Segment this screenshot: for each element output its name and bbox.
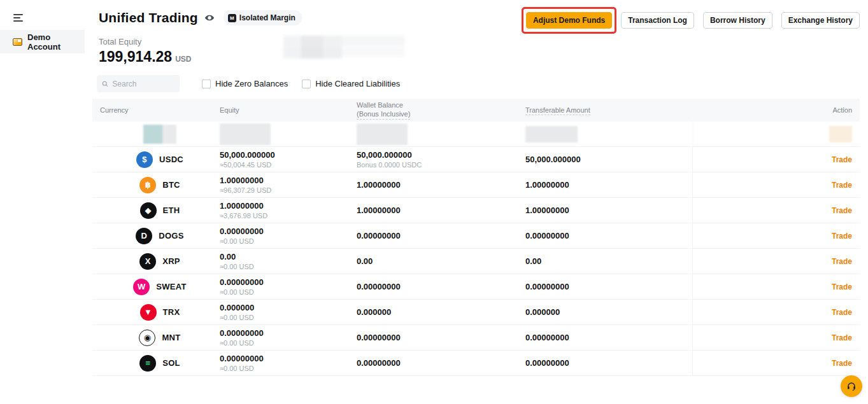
equity-value: 0.00 <box>220 252 357 261</box>
currency-symbol: ETH <box>163 205 180 215</box>
transferable-amount: 0.000000 <box>525 307 692 317</box>
equity-value: 0.000000 <box>220 303 357 312</box>
transferable-amount: 1.00000000 <box>525 205 692 215</box>
wallet-balance: 0.00000000 <box>357 358 525 368</box>
currency-symbol: TRX <box>163 307 180 317</box>
col-wallet-balance: Wallet Balance (Bonus Inclusive) <box>357 101 525 120</box>
currency-symbol: BTC <box>162 180 180 190</box>
col-equity: Equity <box>220 106 357 114</box>
equity-usd: ≈50,004.45 USD <box>220 161 357 169</box>
currency-symbol: USDC <box>159 155 183 164</box>
table-row: ◆ ETH 1.00000000≈3,676.98 USD 1.00000000… <box>92 198 860 223</box>
equity-value: 0.00000000 <box>220 226 357 236</box>
wallet-balance: 50,000.000000 <box>357 150 525 160</box>
visibility-toggle-icon[interactable] <box>204 13 215 23</box>
table-row: W SWEAT 0.00000000≈0.00 USD 0.00000000 0… <box>92 274 860 300</box>
table-controls: Hide Zero Balances Hide Cleared Liabilit… <box>97 75 400 92</box>
adjust-demo-funds-button[interactable]: Adjust Demo Funds <box>526 12 612 29</box>
headset-icon <box>846 381 857 391</box>
equity-usd: ≈0.00 USD <box>220 288 357 296</box>
page-title: Unified Trading <box>99 10 198 25</box>
equity-usd: ≈0.00 USD <box>220 263 357 270</box>
transferable-amount: 0.00000000 <box>525 282 692 291</box>
mnt-coin-icon: ◉ <box>139 330 155 346</box>
search-box[interactable] <box>97 75 180 92</box>
trade-link[interactable]: Trade <box>832 282 852 291</box>
header-actions: Adjust Demo Funds Transaction Log Borrow… <box>526 12 860 29</box>
equity-usd: ≈0.00 USD <box>220 237 357 245</box>
equity-usd: ≈0.00 USD <box>220 365 357 372</box>
equity-value: 0.00000000 <box>220 328 357 338</box>
table-row-redacted <box>92 122 860 147</box>
search-input[interactable] <box>112 80 174 88</box>
hide-zero-balances-label: Hide Zero Balances <box>215 79 288 88</box>
equity-usd: ≈3,676.98 USD <box>220 212 357 219</box>
checkbox-square[interactable] <box>302 80 311 88</box>
exchange-history-button[interactable]: Exchange History <box>781 12 860 29</box>
table-row: ◉ MNT 0.00000000≈0.00 USD 0.00000000 0.0… <box>92 325 860 351</box>
wallet-balance: 0.000000 <box>357 307 525 317</box>
search-icon <box>102 80 108 88</box>
sidebar-item-demo-account[interactable]: Demo Account <box>0 30 85 53</box>
transferable-amount: 0.00000000 <box>525 358 692 368</box>
trade-link[interactable]: Trade <box>832 206 852 215</box>
currency-symbol: DOGS <box>159 231 183 240</box>
table-row: D DOGS 0.00000000≈0.00 USD 0.00000000 0.… <box>92 223 860 249</box>
table-row: ≡ SOL 0.00000000≈0.00 USD 0.00000000 0.0… <box>92 351 860 376</box>
equity-value: 50,000.000000 <box>220 150 357 160</box>
equity-value: 0.00000000 <box>220 277 357 287</box>
wallet-balance: 0.00000000 <box>357 231 525 240</box>
equity-value: 1.00000000 <box>220 176 357 185</box>
margin-mode-icon: M <box>228 14 236 22</box>
equity-usd: ≈0.00 USD <box>220 339 357 347</box>
wallet-balance: 0.00000000 <box>357 333 525 342</box>
currency-symbol: SWEAT <box>156 282 186 291</box>
borrow-history-button[interactable]: Borrow History <box>703 12 772 29</box>
total-equity-value: 199,914.28USD <box>99 48 191 66</box>
margin-mode-badge[interactable]: M Isolated Margin <box>224 10 302 25</box>
sidebar: Demo Account <box>0 0 85 404</box>
total-equity-label: Total Equity <box>99 37 141 46</box>
wallet-balance: 1.00000000 <box>357 205 525 215</box>
sweat-coin-icon: W <box>133 279 150 295</box>
trade-link[interactable]: Trade <box>832 333 852 342</box>
hide-zero-balances-checkbox[interactable]: Hide Zero Balances <box>202 79 288 88</box>
table-row: ▼ TRX 0.000000≈0.00 USD 0.000000 0.00000… <box>92 300 860 325</box>
sol-coin-icon: ≡ <box>139 355 156 372</box>
eth-coin-icon: ◆ <box>140 202 157 219</box>
transferable-amount: 50,000.000000 <box>525 155 692 164</box>
transferable-amount: 0.00000000 <box>525 231 692 240</box>
xrp-coin-icon: X <box>139 253 156 270</box>
trade-link[interactable]: Trade <box>832 155 852 164</box>
table-row: ฿ BTC 1.00000000≈96,307.29 USD 1.0000000… <box>92 172 860 198</box>
currency-symbol: SOL <box>162 358 180 368</box>
hide-cleared-liabilities-checkbox[interactable]: Hide Cleared Liabilities <box>302 79 400 88</box>
transferable-amount: 0.00 <box>525 256 692 266</box>
currency-symbol: MNT <box>162 333 180 342</box>
trade-link[interactable]: Trade <box>832 308 852 317</box>
customer-support-button[interactable] <box>841 375 862 397</box>
table-row: X XRP 0.00≈0.00 USD 0.00 0.00 Trade <box>92 249 860 274</box>
equity-usd: ≈0.00 USD <box>220 314 357 321</box>
trade-link[interactable]: Trade <box>832 257 852 266</box>
wallet-balance: 0.00000000 <box>357 282 525 291</box>
table-header: Currency Equity Wallet Balance (Bonus In… <box>92 99 860 122</box>
trade-link[interactable]: Trade <box>832 181 852 190</box>
checkbox-square[interactable] <box>202 80 211 88</box>
collapse-menu-icon[interactable] <box>13 14 24 22</box>
usdc-coin-icon: $ <box>136 151 153 168</box>
wallet-balance: 1.00000000 <box>357 180 525 190</box>
equity-value: 1.00000000 <box>220 201 357 211</box>
transaction-log-button[interactable]: Transaction Log <box>621 12 694 29</box>
redacted-account-info <box>283 36 404 60</box>
col-transferable: Transferable Amount <box>525 106 692 114</box>
btc-coin-icon: ฿ <box>139 177 156 193</box>
transferable-amount: 1.00000000 <box>525 180 692 190</box>
main-content: Unified Trading M Isolated Margin Adjust… <box>85 0 868 404</box>
trade-link[interactable]: Trade <box>832 359 852 368</box>
equity-value: 0.00000000 <box>220 354 357 363</box>
wallet-bonus: Bonus 0.0000 USDC <box>357 161 525 169</box>
currency-symbol: XRP <box>162 256 180 266</box>
trade-link[interactable]: Trade <box>832 232 852 240</box>
col-currency: Currency <box>92 106 220 114</box>
